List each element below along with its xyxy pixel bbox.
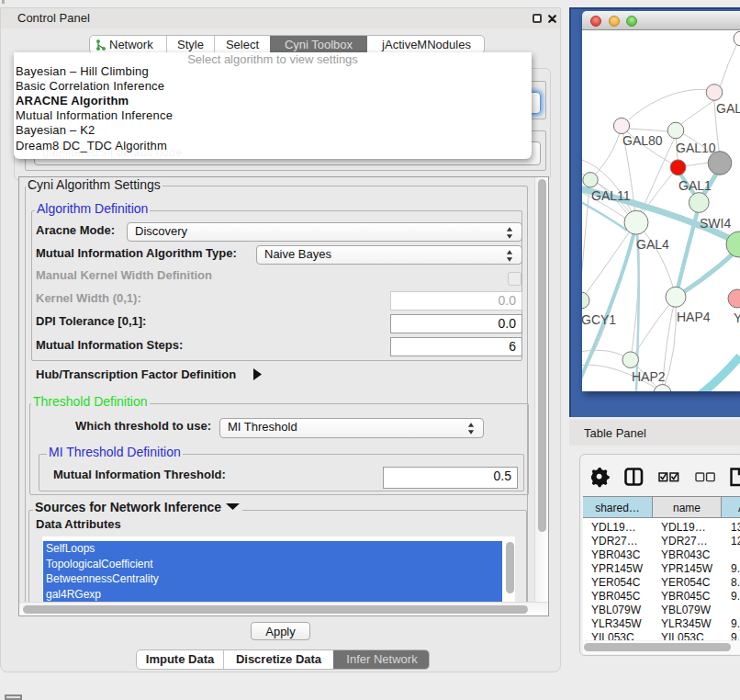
svg-text:GAL10: GAL10: [676, 141, 716, 155]
svg-text:HAP4: HAP4: [677, 310, 711, 324]
svg-text:GAL11: GAL11: [591, 188, 631, 203]
svg-text:GAL: GAL: [716, 101, 740, 116]
svg-text:GAL1: GAL1: [678, 178, 712, 193]
svg-text:GAL80: GAL80: [622, 133, 663, 148]
svg-text:GAL4: GAL4: [636, 237, 669, 252]
svg-text:HAP2: HAP2: [632, 369, 666, 384]
svg-text:GCY1: GCY1: [582, 312, 616, 327]
svg-text:Y: Y: [734, 310, 740, 325]
svg-text:SWI4: SWI4: [700, 216, 731, 231]
